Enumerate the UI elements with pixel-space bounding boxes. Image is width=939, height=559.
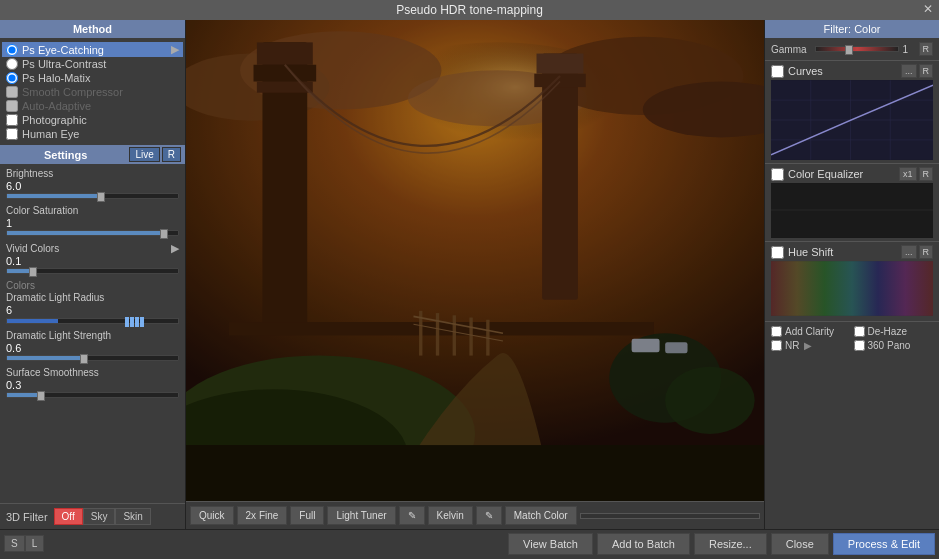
full-button[interactable]: Full: [290, 506, 324, 525]
view-batch-button[interactable]: View Batch: [508, 533, 593, 555]
method-human-eye[interactable]: Human Eye: [2, 127, 183, 141]
gamma-slider[interactable]: [815, 46, 899, 52]
dramatic-light-strength-thumb[interactable]: [80, 354, 88, 364]
close-button[interactable]: Close: [771, 533, 829, 555]
light-tuner-button[interactable]: Light Tuner: [327, 506, 395, 525]
sl-buttons: S L: [4, 535, 44, 552]
color-equalizer-title: Color Equalizer: [788, 168, 899, 180]
l-button[interactable]: L: [25, 535, 45, 552]
quick-button[interactable]: Quick: [190, 506, 234, 525]
bottom-bar: S L View Batch Add to Batch Resize... Cl…: [0, 529, 939, 557]
svg-rect-37: [771, 183, 933, 238]
hue-shift-svg: [771, 261, 933, 316]
color-equalizer-enable-checkbox[interactable]: [771, 168, 784, 181]
filter-color-label: Filter: Color: [765, 20, 939, 38]
filter-skin-button[interactable]: Skin: [115, 508, 150, 525]
vivid-colors-arrow-icon[interactable]: ▶: [171, 242, 179, 255]
resize-button[interactable]: Resize...: [694, 533, 767, 555]
color-saturation-fill: [7, 231, 164, 235]
dramatic-light-strength-fill: [7, 356, 84, 360]
surface-smoothness-thumb[interactable]: [37, 391, 45, 401]
s-button[interactable]: S: [4, 535, 25, 552]
de-haze-checkbox[interactable]: [854, 326, 865, 337]
match-color-action-button[interactable]: Match Color: [505, 506, 577, 525]
nr-checkbox[interactable]: [771, 340, 782, 351]
image-area: [186, 20, 764, 501]
method-eye-catching[interactable]: Ps Eye-Catching ▶: [2, 42, 183, 57]
360-pano-checkbox[interactable]: [854, 340, 865, 351]
close-icon[interactable]: ✕: [923, 2, 933, 16]
method-halo-matix-radio[interactable]: [6, 72, 18, 84]
curves-canvas: [771, 80, 933, 160]
filter-3d-section: 3D Filter Off Sky Skin: [0, 503, 185, 529]
filter-3d-label: 3D Filter: [6, 511, 48, 523]
right-panel-checkboxes: Add Clarity De-Haze NR ▶ 360 Pano: [765, 321, 939, 355]
color-equalizer-x1-button[interactable]: x1: [899, 167, 917, 181]
brightness-slider[interactable]: [6, 193, 179, 199]
kelvin-edit-icon[interactable]: ✎: [476, 506, 502, 525]
curves-svg: [771, 80, 933, 160]
match-color-slider[interactable]: [580, 513, 760, 519]
color-saturation-label: Color Saturation: [6, 205, 179, 216]
method-photographic-check[interactable]: [6, 114, 18, 126]
dramatic-light-radius-slider[interactable]: [6, 318, 179, 324]
method-list: Ps Eye-Catching ▶ Ps Ultra-Contrast Ps H…: [0, 38, 185, 145]
add-clarity-label: Add Clarity: [785, 326, 834, 337]
dramatic-light-radius-label: Dramatic Light Radius: [6, 292, 179, 303]
gamma-reset-button[interactable]: R: [919, 42, 934, 56]
filter-sky-button[interactable]: Sky: [83, 508, 116, 525]
method-photographic[interactable]: Photographic: [2, 113, 183, 127]
twox-fine-button[interactable]: 2x Fine: [237, 506, 288, 525]
hue-shift-enable-checkbox[interactable]: [771, 246, 784, 259]
surface-smoothness-slider[interactable]: [6, 392, 179, 398]
filter-off-button[interactable]: Off: [54, 508, 83, 525]
center-panel: Quick 2x Fine Full Light Tuner ✎ Kelvin …: [186, 20, 764, 529]
vivid-colors-control: Vivid Colors ▶ 0.1: [6, 242, 179, 274]
process-edit-button[interactable]: Process & Edit: [833, 533, 935, 555]
hue-shift-reset-button[interactable]: R: [919, 245, 934, 259]
add-clarity-checkbox[interactable]: [771, 326, 782, 337]
360-pano-label: 360 Pano: [868, 340, 911, 351]
dramatic-light-strength-control: Dramatic Light Strength 0.6: [6, 330, 179, 361]
main-container: Method Ps Eye-Catching ▶ Ps Ultra-Contra…: [0, 20, 939, 529]
kelvin-button[interactable]: Kelvin: [428, 506, 473, 525]
hue-shift-title: Hue Shift: [788, 246, 901, 258]
nr-label: NR: [785, 340, 799, 351]
curves-ellipsis-button[interactable]: ...: [901, 64, 917, 78]
color-saturation-slider[interactable]: [6, 230, 179, 236]
surface-smoothness-value: 0.3: [6, 379, 179, 391]
dramatic-light-strength-slider[interactable]: [6, 355, 179, 361]
vivid-colors-label: Vivid Colors: [6, 243, 59, 254]
color-saturation-thumb[interactable]: [160, 229, 168, 239]
curves-reset-button[interactable]: R: [919, 64, 934, 78]
360-pano-item: 360 Pano: [854, 340, 934, 351]
surface-smoothness-fill: [7, 393, 41, 397]
app-title: Pseudo HDR tone-mapping: [396, 3, 543, 17]
brightness-thumb[interactable]: [97, 192, 105, 202]
color-equalizer-reset-button[interactable]: R: [919, 167, 934, 181]
vivid-colors-thumb[interactable]: [29, 267, 37, 277]
curves-enable-checkbox[interactable]: [771, 65, 784, 78]
settings-reset-button[interactable]: R: [162, 147, 181, 162]
hue-shift-ellipsis-button[interactable]: ...: [901, 245, 917, 259]
method-ultra-contrast-radio[interactable]: [6, 58, 18, 70]
method-ultra-contrast[interactable]: Ps Ultra-Contrast: [2, 57, 183, 71]
method-human-eye-check[interactable]: [6, 128, 18, 140]
light-tuner-edit-icon[interactable]: ✎: [399, 506, 425, 525]
right-panel: Filter: Color Gamma 1 R Curves ... R: [764, 20, 939, 529]
dramatic-light-radius-control: Dramatic Light Radius 6: [6, 292, 179, 324]
method-halo-matix[interactable]: Ps Halo-Matix: [2, 71, 183, 85]
de-haze-item: De-Haze: [854, 326, 934, 337]
surface-smoothness-control: Surface Smoothness 0.3: [6, 367, 179, 398]
add-to-batch-button[interactable]: Add to Batch: [597, 533, 690, 555]
hue-shift-canvas: [771, 261, 933, 318]
add-clarity-item: Add Clarity: [771, 326, 851, 337]
gamma-thumb[interactable]: [845, 45, 853, 55]
nr-arrow-icon[interactable]: ▶: [804, 340, 812, 351]
settings-title: Settings: [4, 149, 127, 161]
surface-smoothness-label: Surface Smoothness: [6, 367, 179, 378]
method-eye-catching-radio[interactable]: [6, 44, 18, 56]
vivid-colors-slider[interactable]: [6, 268, 179, 274]
nr-item: NR ▶: [771, 340, 851, 351]
live-button[interactable]: Live: [129, 147, 159, 162]
